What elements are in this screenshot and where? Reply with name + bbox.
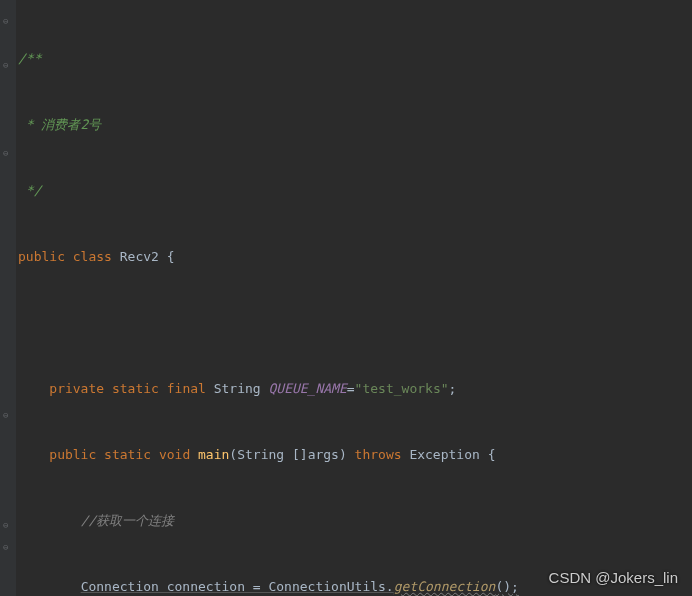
keyword-final: final <box>167 381 206 396</box>
method-main: main <box>198 447 229 462</box>
editor-gutter: ⊖ ⊖ ⊖ ⊖ ⊖ ⊖ <box>0 0 16 596</box>
params: (String []args) <box>229 447 346 462</box>
keyword-static: static <box>112 381 159 396</box>
class-name: Recv2 <box>120 249 159 264</box>
fold-icon[interactable]: ⊖ <box>3 60 8 70</box>
exception: Exception { <box>409 447 495 462</box>
fold-icon[interactable]: ⊖ <box>3 410 8 420</box>
code-area[interactable]: /** * 消费者2号 */ public class Recv2 { priv… <box>16 0 692 596</box>
doc-comment: */ <box>18 183 41 198</box>
brace: { <box>159 249 175 264</box>
fold-icon[interactable]: ⊖ <box>3 520 8 530</box>
keyword-public: public <box>18 249 65 264</box>
fold-icon[interactable]: ⊖ <box>3 148 8 158</box>
code-editor[interactable]: ⊖ ⊖ ⊖ ⊖ ⊖ ⊖ /** * 消费者2号 */ public class … <box>0 0 692 596</box>
keyword-throws: throws <box>355 447 402 462</box>
constant: QUEUE_NAME <box>269 381 347 396</box>
fold-icon[interactable]: ⊖ <box>3 16 8 26</box>
comment: //获取一个连接 <box>81 513 175 528</box>
op: = <box>347 381 355 396</box>
type: String <box>214 381 261 396</box>
keyword-void: void <box>159 447 190 462</box>
code: Connection connection = ConnectionUtils. <box>81 579 394 594</box>
doc-comment: * 消费者2号 <box>18 117 101 132</box>
semi: ; <box>449 381 457 396</box>
keyword-public: public <box>49 447 96 462</box>
keyword-private: private <box>49 381 104 396</box>
keyword-class: class <box>73 249 112 264</box>
fold-icon[interactable]: ⊖ <box>3 542 8 552</box>
doc-comment: /** <box>18 51 41 66</box>
code: (); <box>495 579 518 594</box>
watermark: CSDN @Jokers_lin <box>549 569 678 586</box>
method-call: getConnection <box>394 579 496 594</box>
string-literal: "test_works" <box>355 381 449 396</box>
keyword-static: static <box>104 447 151 462</box>
